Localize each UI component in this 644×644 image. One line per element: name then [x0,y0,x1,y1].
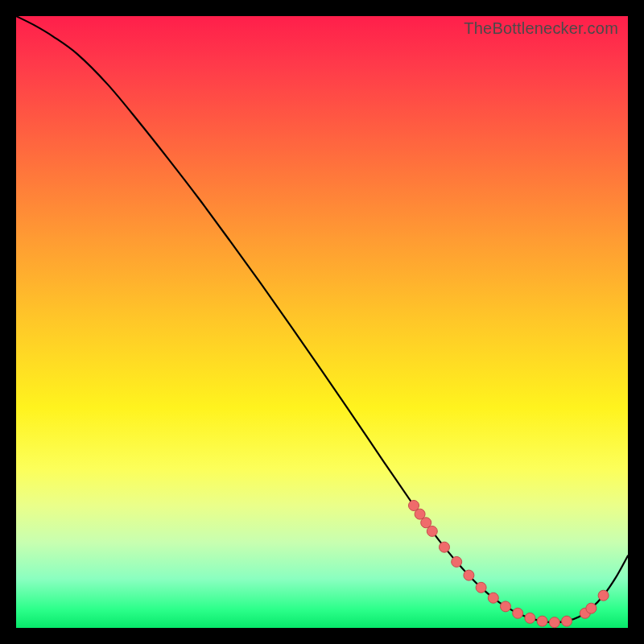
curve-markers [409,501,609,628]
curve-marker [598,590,609,601]
curve-marker [476,582,486,592]
curve-marker [427,526,437,536]
plot-area: TheBottlenecker.com [16,16,628,628]
curve-marker [464,570,474,580]
curve-marker [501,601,511,612]
bottleneck-curve [16,16,628,622]
curve-marker [513,608,523,618]
curve-marker [440,542,450,552]
chart-stage: TheBottlenecker.com [0,0,644,644]
curve-marker [586,603,597,613]
curve-marker [525,613,535,623]
curve-marker [488,592,498,603]
curve-layer [16,16,628,628]
curve-marker [452,556,462,567]
curve-marker [549,617,559,628]
curve-marker [562,616,572,626]
curve-marker [537,616,547,626]
